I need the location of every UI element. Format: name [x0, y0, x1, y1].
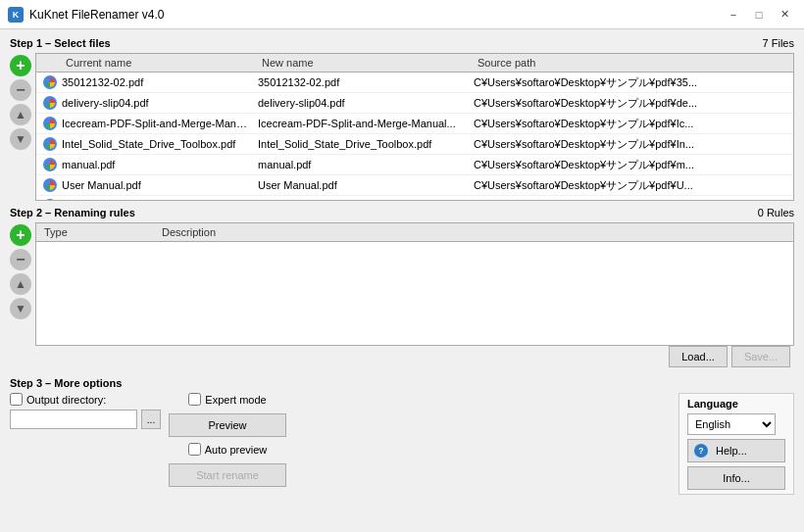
file-table-body: 35012132-02.pdf 35012132-02.pdf C¥Users¥…: [36, 73, 793, 200]
file-current-name: 操作説明書.pdf: [58, 198, 254, 201]
chrome-icon: [43, 137, 57, 151]
load-save-row: Load... Save...: [10, 346, 794, 367]
file-table-header: Current name New name Source path: [36, 54, 793, 73]
info-button[interactable]: Info...: [687, 466, 785, 490]
file-icon: [42, 157, 58, 172]
help-icon: ?: [694, 444, 708, 458]
step2-title: Step 2 – Renaming rules: [10, 207, 135, 218]
rule-move-up-button[interactable]: ▲: [10, 273, 31, 295]
step2-section: Step 2 – Renaming rules 0 Rules + − ▲ ▼ …: [10, 207, 794, 371]
table-row[interactable]: delivery-slip04.pdf delivery-slip04.pdf …: [36, 93, 793, 114]
expert-mode-label[interactable]: Expert mode: [188, 393, 266, 406]
table-row[interactable]: 操作説明書.pdf 操作説明書.pdf C¥Users¥softaro¥Desk…: [36, 196, 793, 200]
app-icon: K: [8, 7, 24, 23]
help-button[interactable]: ? Help...: [687, 439, 785, 462]
load-button[interactable]: Load...: [669, 346, 728, 367]
output-dir-checkbox[interactable]: [10, 393, 23, 406]
remove-file-button[interactable]: −: [10, 79, 31, 101]
file-new-name: Intel_Solid_State_Drive_Toolbox.pdf: [254, 137, 470, 151]
output-dir-input-row: ...: [10, 410, 161, 429]
step2-content: + − ▲ ▼ Type Description: [10, 222, 794, 346]
file-current-name: User Manual.pdf: [58, 178, 254, 192]
file-source-path: C¥Users¥softaro¥Desktop¥サンプル¥pdf¥操...: [470, 198, 793, 201]
step3-section: Step 3 – More options Output directory: …: [10, 377, 794, 495]
file-new-name: manual.pdf: [254, 158, 470, 171]
file-icon-cell: [36, 135, 58, 153]
file-new-name: 35012132-02.pdf: [254, 75, 470, 89]
table-row[interactable]: 35012132-02.pdf 35012132-02.pdf C¥Users¥…: [36, 73, 793, 93]
expert-mode-row: Expert mode: [188, 393, 266, 406]
step1-title: Step 1 – Select files: [10, 37, 111, 49]
file-source-path: C¥Users¥softaro¥Desktop¥サンプル¥pdf¥In...: [470, 136, 793, 153]
col-description: Description: [158, 225, 789, 239]
file-icon: [42, 74, 58, 90]
step1-content: + − ▲ ▼ Current name New name Source pat…: [10, 53, 794, 201]
rules-table: Type Description: [35, 222, 794, 346]
col-new-name: New name: [258, 56, 474, 70]
remove-rule-button[interactable]: −: [10, 249, 31, 270]
minimize-button[interactable]: −: [722, 5, 745, 24]
title-bar: K KuKnet FileRenamer v4.0 − □ ✕: [0, 0, 804, 29]
maximize-button[interactable]: □: [747, 5, 771, 24]
col-spacer: [40, 56, 62, 70]
step3-title: Step 3 – More options: [10, 377, 122, 389]
help-label: Help...: [716, 445, 747, 457]
rule-move-down-button[interactable]: ▼: [10, 298, 31, 319]
auto-preview-label[interactable]: Auto preview: [188, 443, 268, 456]
table-row[interactable]: manual.pdf manual.pdf C¥Users¥softaro¥De…: [36, 155, 793, 175]
main-content: Step 1 – Select files 7 Files + − ▲ ▼ Cu…: [0, 29, 804, 532]
file-new-name: User Manual.pdf: [254, 178, 470, 192]
rules-table-header: Type Description: [36, 223, 793, 242]
file-new-name: Icecream-PDF-Split-and-Merge-Manual...: [254, 117, 470, 130]
file-source-path: C¥Users¥softaro¥Desktop¥サンプル¥pdf¥m...: [470, 157, 793, 173]
add-rule-button[interactable]: +: [10, 224, 31, 246]
file-source-path: C¥Users¥softaro¥Desktop¥サンプル¥pdf¥35...: [470, 74, 793, 91]
add-file-button[interactable]: +: [10, 55, 31, 76]
browse-button[interactable]: ...: [141, 410, 161, 429]
file-new-name: delivery-slip04.pdf: [254, 96, 470, 110]
chrome-icon: [43, 178, 57, 192]
file-icon: [42, 116, 58, 131]
close-button[interactable]: ✕: [773, 5, 796, 24]
move-up-button[interactable]: ▲: [10, 104, 31, 125]
table-row[interactable]: Intel_Solid_State_Drive_Toolbox.pdf Inte…: [36, 134, 793, 155]
chrome-icon: [43, 96, 57, 110]
save-button[interactable]: Save...: [731, 346, 790, 367]
file-icon-cell: [36, 73, 58, 91]
preview-button[interactable]: Preview: [169, 413, 286, 437]
step3-left: Output directory: ...: [10, 393, 161, 429]
step2-side-buttons: + − ▲ ▼: [10, 222, 31, 319]
table-row[interactable]: User Manual.pdf User Manual.pdf C¥Users¥…: [36, 175, 793, 196]
chrome-icon: [43, 117, 57, 130]
move-down-button[interactable]: ▼: [10, 128, 31, 150]
auto-preview-checkbox[interactable]: [188, 443, 201, 456]
file-current-name: manual.pdf: [58, 158, 254, 171]
file-icon-cell: [36, 94, 58, 112]
chrome-icon: [43, 199, 57, 200]
auto-preview-text: Auto preview: [205, 444, 268, 456]
output-dir-input[interactable]: [10, 410, 137, 429]
start-rename-button[interactable]: Start rename: [169, 463, 286, 487]
output-dir-label[interactable]: Output directory:: [10, 393, 106, 406]
file-icon-cell: [36, 115, 58, 132]
file-icon-cell: [36, 197, 58, 200]
col-source-path: Source path: [474, 56, 789, 70]
step1-side-buttons: + − ▲ ▼: [10, 53, 31, 150]
file-icon: [42, 95, 58, 111]
expert-mode-checkbox[interactable]: [188, 393, 201, 406]
file-icon: [42, 198, 58, 200]
col-current-name: Current name: [62, 56, 258, 70]
file-current-name: Intel_Solid_State_Drive_Toolbox.pdf: [58, 137, 254, 151]
file-icon-cell: [36, 176, 58, 194]
file-icon: [42, 136, 58, 152]
language-group: Language English Deutsch 日本語 ? Help... I…: [678, 393, 794, 495]
step1-section: Step 1 – Select files 7 Files + − ▲ ▼ Cu…: [10, 37, 794, 201]
col-type: Type: [40, 225, 158, 239]
title-bar-left: K KuKnet FileRenamer v4.0: [8, 7, 164, 23]
language-label: Language: [687, 398, 785, 410]
output-dir-row: Output directory:: [10, 393, 161, 406]
file-current-name: delivery-slip04.pdf: [58, 96, 254, 110]
language-dropdown[interactable]: English Deutsch 日本語: [687, 413, 776, 435]
step1-header: Step 1 – Select files 7 Files: [10, 37, 794, 49]
table-row[interactable]: Icecream-PDF-Split-and-Merge-Manual... I…: [36, 114, 793, 134]
